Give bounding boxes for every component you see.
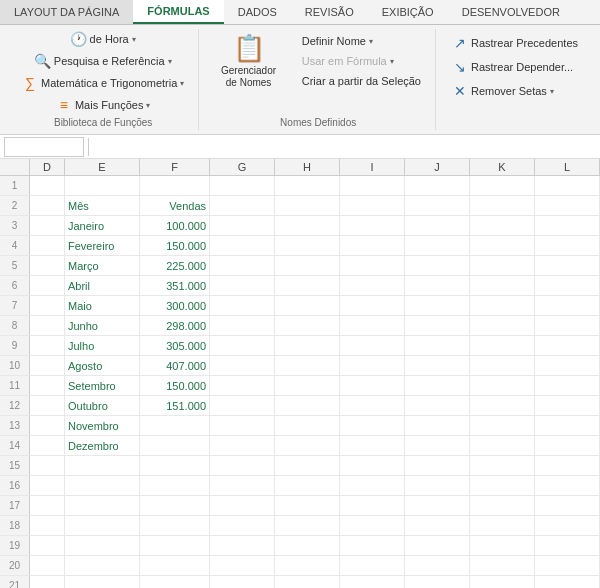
cell[interactable] <box>535 456 600 475</box>
criar-selecao-button[interactable]: Criar a partir da Seleção <box>296 73 427 89</box>
cell[interactable] <box>405 536 470 555</box>
rastrear-dependentes-button[interactable]: ↘ Rastrear Depender... <box>446 57 584 77</box>
tab-exibicao[interactable]: EXIBIÇÃO <box>368 0 448 24</box>
cell[interactable] <box>210 456 275 475</box>
tab-desenvolvedor[interactable]: DESENVOLVEDOR <box>448 0 574 24</box>
cell[interactable] <box>535 476 600 495</box>
cell[interactable]: Março <box>65 256 140 275</box>
cell[interactable] <box>405 416 470 435</box>
cell[interactable] <box>535 216 600 235</box>
cell[interactable] <box>65 556 140 575</box>
col-header-k[interactable]: K <box>470 159 535 175</box>
cell[interactable] <box>470 556 535 575</box>
cell[interactable] <box>340 276 405 295</box>
cell[interactable] <box>210 236 275 255</box>
cell[interactable] <box>210 356 275 375</box>
cell[interactable] <box>405 396 470 415</box>
cell[interactable] <box>405 296 470 315</box>
cell[interactable] <box>275 236 340 255</box>
cell[interactable] <box>140 176 210 195</box>
cell[interactable] <box>405 276 470 295</box>
cell[interactable]: Fevereiro <box>65 236 140 255</box>
cell[interactable] <box>275 216 340 235</box>
cell[interactable] <box>340 436 405 455</box>
cell[interactable] <box>140 496 210 515</box>
cell[interactable] <box>405 496 470 515</box>
cell[interactable] <box>275 576 340 588</box>
cell[interactable] <box>340 456 405 475</box>
cell[interactable] <box>405 516 470 535</box>
cell[interactable] <box>470 196 535 215</box>
cell[interactable] <box>535 496 600 515</box>
cell[interactable] <box>340 196 405 215</box>
cell[interactable]: 225.000 <box>140 256 210 275</box>
mais-funcoes-button[interactable]: ≡ Mais Funções ▾ <box>50 95 156 115</box>
cell[interactable] <box>470 496 535 515</box>
cell[interactable] <box>65 496 140 515</box>
cell[interactable] <box>340 176 405 195</box>
cell[interactable] <box>340 236 405 255</box>
cell[interactable] <box>275 276 340 295</box>
col-header-h[interactable]: H <box>275 159 340 175</box>
cell[interactable] <box>470 416 535 435</box>
cell[interactable] <box>535 296 600 315</box>
cell[interactable] <box>275 316 340 335</box>
cell[interactable] <box>470 456 535 475</box>
cell[interactable] <box>340 336 405 355</box>
cell[interactable] <box>535 356 600 375</box>
cell[interactable] <box>210 276 275 295</box>
cell[interactable] <box>140 576 210 588</box>
cell[interactable] <box>405 456 470 475</box>
cell[interactable] <box>405 196 470 215</box>
cell[interactable] <box>65 536 140 555</box>
cell[interactable]: 407.000 <box>140 356 210 375</box>
cell[interactable] <box>210 476 275 495</box>
cell[interactable] <box>275 196 340 215</box>
cell[interactable] <box>340 476 405 495</box>
cell[interactable]: Vendas <box>140 196 210 215</box>
cell[interactable] <box>275 336 340 355</box>
cell[interactable] <box>470 256 535 275</box>
cell[interactable] <box>275 356 340 375</box>
cell[interactable] <box>210 416 275 435</box>
cell[interactable] <box>30 456 65 475</box>
definir-nome-button[interactable]: Definir Nome ▾ <box>296 33 427 49</box>
cell[interactable] <box>470 396 535 415</box>
cell[interactable] <box>470 436 535 455</box>
cell[interactable] <box>405 356 470 375</box>
cell[interactable] <box>470 276 535 295</box>
cell[interactable]: Agosto <box>65 356 140 375</box>
cell[interactable]: Outubro <box>65 396 140 415</box>
cell[interactable] <box>30 316 65 335</box>
cell[interactable]: Dezembro <box>65 436 140 455</box>
cell[interactable] <box>470 356 535 375</box>
cell[interactable] <box>65 456 140 475</box>
cell[interactable] <box>30 576 65 588</box>
cell[interactable] <box>140 476 210 495</box>
cell[interactable] <box>275 456 340 475</box>
pesquisa-button[interactable]: 🔍 Pesquisa e Referência ▾ <box>29 51 178 71</box>
cell[interactable] <box>535 516 600 535</box>
cell[interactable] <box>210 536 275 555</box>
cell[interactable]: 150.000 <box>140 236 210 255</box>
cell[interactable] <box>340 516 405 535</box>
cell[interactable]: 100.000 <box>140 216 210 235</box>
cell[interactable] <box>535 276 600 295</box>
col-header-j[interactable]: J <box>405 159 470 175</box>
cell[interactable] <box>30 176 65 195</box>
cell[interactable] <box>210 296 275 315</box>
cell[interactable] <box>140 436 210 455</box>
cell[interactable] <box>470 576 535 588</box>
col-header-f[interactable]: F <box>140 159 210 175</box>
cell[interactable]: 300.000 <box>140 296 210 315</box>
cell[interactable] <box>65 476 140 495</box>
cell[interactable] <box>210 396 275 415</box>
cell[interactable] <box>340 296 405 315</box>
cell[interactable] <box>275 516 340 535</box>
cell[interactable]: 305.000 <box>140 336 210 355</box>
tab-revisao[interactable]: REVISÃO <box>291 0 368 24</box>
cell[interactable] <box>65 576 140 588</box>
cell[interactable] <box>535 396 600 415</box>
cell[interactable] <box>30 496 65 515</box>
cell[interactable] <box>405 576 470 588</box>
